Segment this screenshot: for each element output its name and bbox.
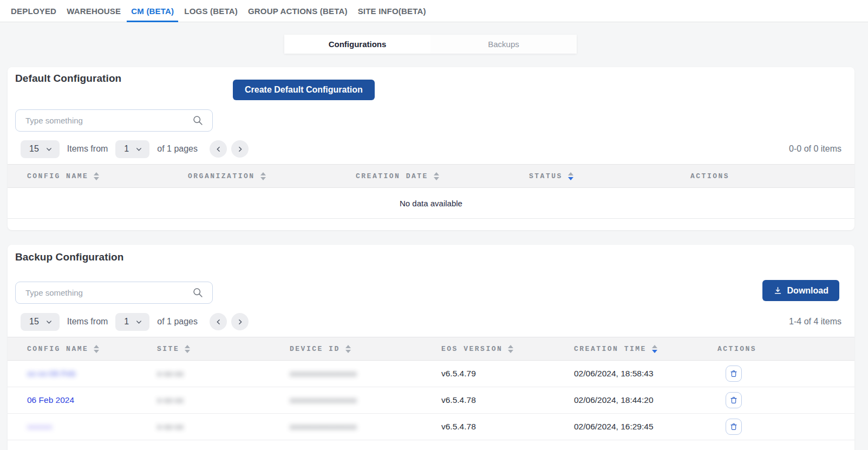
column-label: CREATION TIME bbox=[574, 345, 647, 353]
page-size-select[interactable]: 15 bbox=[21, 140, 60, 158]
sort-arrows-icon[interactable] bbox=[652, 345, 657, 353]
creation-time-cell: 02/06/2024, 18:44:20 bbox=[574, 395, 717, 405]
of-pages-label: of 1 pages bbox=[157, 144, 198, 154]
download-button[interactable]: Download bbox=[762, 280, 839, 301]
config-link[interactable]: xxxxxx bbox=[27, 422, 157, 432]
page-nav-group bbox=[210, 140, 249, 158]
chevron-left-icon bbox=[215, 318, 222, 325]
sort-arrows-icon[interactable] bbox=[434, 172, 439, 180]
view-toggle: Configurations Backups bbox=[284, 35, 577, 54]
page-size-select[interactable]: 15 bbox=[21, 313, 60, 331]
backup-configuration-title: Backup Configuration bbox=[15, 251, 123, 263]
site-cell: x-xx-xx bbox=[157, 395, 290, 405]
items-from-label: Items from bbox=[67, 144, 108, 154]
column-label: SITE bbox=[157, 345, 179, 353]
device-id-cell: xxxxxxxxxxxxxxxx bbox=[290, 422, 441, 432]
download-icon bbox=[773, 286, 782, 295]
column-label: DEVICE ID bbox=[290, 345, 340, 353]
page-number-select[interactable]: 1 bbox=[115, 313, 149, 331]
site-cell: x-xx-xx bbox=[157, 369, 290, 379]
config-link[interactable]: xx-xx-06 Feb bbox=[27, 369, 157, 379]
column-site: SITE bbox=[157, 345, 290, 353]
page-number-value: 1 bbox=[124, 317, 129, 327]
sort-arrows-icon[interactable] bbox=[94, 172, 99, 180]
chevron-down-icon bbox=[45, 146, 53, 153]
tab-group-actions-beta[interactable]: GROUP ACTIONS (BETA) bbox=[248, 0, 348, 22]
default-configuration-title: Default Configuration bbox=[15, 73, 121, 84]
default-search-input[interactable] bbox=[16, 116, 192, 125]
trash-icon bbox=[729, 369, 738, 378]
creation-time-cell: 02/06/2024, 18:58:43 bbox=[574, 369, 717, 379]
toggle-backups[interactable]: Backups bbox=[430, 35, 577, 54]
sort-arrows-icon[interactable] bbox=[345, 345, 351, 353]
page-size-value: 15 bbox=[29, 317, 39, 327]
create-default-configuration-button[interactable]: Create Default Configuration bbox=[233, 80, 375, 100]
items-from-label: Items from bbox=[67, 317, 108, 327]
chevron-down-icon bbox=[135, 146, 142, 153]
tab-site-info-beta[interactable]: SITE INFO(BETA) bbox=[358, 0, 426, 22]
delete-button[interactable] bbox=[726, 419, 742, 435]
empty-table-message: No data available bbox=[8, 188, 854, 219]
column-config-name: CONFIG NAME bbox=[27, 345, 157, 353]
backup-configuration-card: Backup Configuration Download 15 Items f… bbox=[8, 245, 854, 450]
create-default-configuration-label: Create Default Configuration bbox=[245, 85, 363, 95]
default-configuration-card: Default Configuration Create Default Con… bbox=[8, 67, 854, 230]
column-status: STATUS bbox=[529, 172, 690, 180]
column-label: STATUS bbox=[529, 172, 563, 180]
column-creation-time: CREATION TIME bbox=[574, 345, 717, 353]
sort-arrows-icon[interactable] bbox=[185, 345, 190, 353]
items-range-label: 1-4 of 4 items bbox=[789, 317, 841, 327]
delete-button[interactable] bbox=[726, 366, 742, 382]
delete-button[interactable] bbox=[726, 392, 742, 408]
prev-page-button[interactable] bbox=[210, 313, 227, 330]
search-icon[interactable] bbox=[192, 287, 204, 298]
chevron-down-icon bbox=[45, 318, 53, 325]
chevron-left-icon bbox=[215, 146, 222, 153]
column-label: CONFIG NAME bbox=[27, 345, 88, 353]
column-label: ACTIONS bbox=[717, 345, 756, 353]
table-row: xxxxxx x-xx-xx xxxxxxxxxxxxxxxx v6.5.4.7… bbox=[8, 414, 854, 440]
column-label: EOS VERSION bbox=[441, 345, 502, 353]
tab-logs-beta[interactable]: LOGS (BETA) bbox=[184, 0, 238, 22]
trash-icon bbox=[729, 396, 738, 405]
toggle-configurations[interactable]: Configurations bbox=[284, 35, 430, 54]
sort-arrows-icon[interactable] bbox=[568, 172, 573, 180]
chevron-down-icon bbox=[135, 318, 142, 325]
column-organization: ORGANIZATION bbox=[188, 172, 356, 180]
eos-version-cell: v6.5.4.78 bbox=[441, 395, 574, 405]
next-page-button[interactable] bbox=[231, 140, 249, 158]
sort-arrows-icon[interactable] bbox=[94, 345, 99, 353]
column-label: ACTIONS bbox=[690, 172, 729, 180]
column-actions: ACTIONS bbox=[717, 345, 854, 353]
sort-arrows-icon[interactable] bbox=[508, 345, 513, 353]
column-creation-date: CREATION DATE bbox=[356, 172, 529, 180]
column-device-id: DEVICE ID bbox=[290, 345, 441, 353]
of-pages-label: of 1 pages bbox=[157, 317, 198, 327]
tab-warehouse[interactable]: WAREHOUSE bbox=[67, 0, 121, 22]
eos-version-cell: v6.5.4.78 bbox=[441, 422, 574, 432]
column-config-name: CONFIG NAME bbox=[27, 172, 188, 180]
search-icon[interactable] bbox=[192, 115, 204, 126]
sort-arrows-icon[interactable] bbox=[260, 172, 266, 180]
page-nav-group bbox=[210, 313, 249, 330]
backup-pagination-row: 15 Items from 1 of 1 pages 1-4 of 4 item… bbox=[21, 312, 841, 331]
column-label: CONFIG NAME bbox=[27, 172, 88, 180]
tab-cm-beta[interactable]: CM (BETA) bbox=[127, 0, 178, 22]
prev-page-button[interactable] bbox=[210, 140, 227, 158]
backup-table-header: CONFIG NAME SITE DEVICE ID EOS VERSION C… bbox=[8, 337, 854, 361]
page-size-value: 15 bbox=[29, 144, 39, 154]
top-tab-bar: DEPLOYED WAREHOUSE CM (BETA) LOGS (BETA)… bbox=[0, 0, 868, 22]
table-row: 06 Feb 2024 x-xx-xx xxxxxxxxxxxxxxxx v6.… bbox=[8, 387, 854, 414]
device-id-cell: xxxxxxxxxxxxxxxx bbox=[290, 369, 441, 379]
column-label: ORGANIZATION bbox=[188, 172, 255, 180]
column-label: CREATION DATE bbox=[356, 172, 428, 180]
backup-search-box bbox=[15, 282, 213, 304]
config-link[interactable]: 06 Feb 2024 bbox=[27, 395, 157, 405]
creation-time-cell: 02/06/2024, 16:29:45 bbox=[574, 422, 717, 432]
table-row: xx-xx-06 Feb x-xx-xx xxxxxxxxxxxxxxxx v6… bbox=[8, 361, 854, 387]
default-table-header: CONFIG NAME ORGANIZATION CREATION DATE S… bbox=[8, 164, 854, 188]
backup-search-input[interactable] bbox=[16, 288, 192, 297]
page-number-select[interactable]: 1 bbox=[115, 140, 149, 158]
next-page-button[interactable] bbox=[231, 313, 249, 330]
tab-deployed[interactable]: DEPLOYED bbox=[11, 0, 56, 22]
